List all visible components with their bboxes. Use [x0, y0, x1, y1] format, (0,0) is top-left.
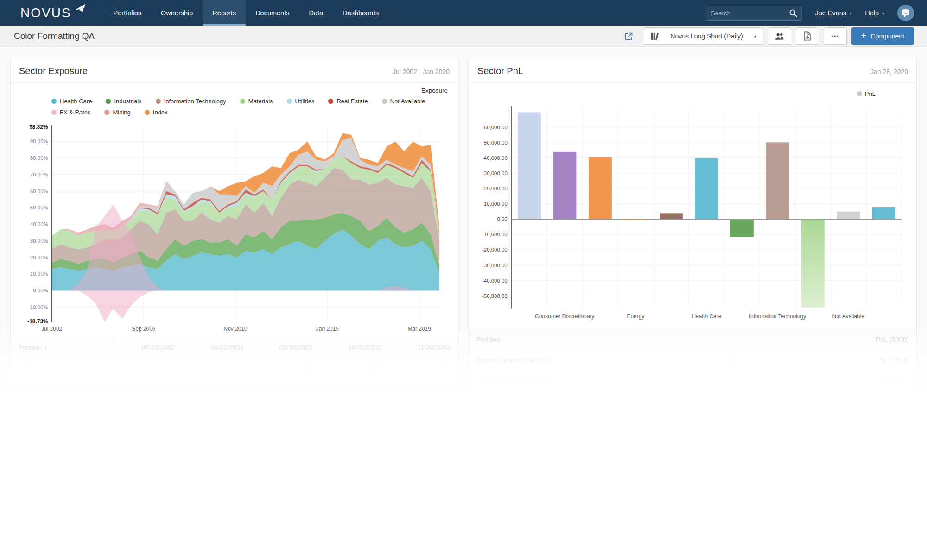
svg-text:Jul 2002: Jul 2002 — [41, 326, 62, 332]
legend-item-real-estate[interactable]: Real Estate — [328, 98, 368, 105]
nav-right: Joe Evans ▾ Help ▾ — [705, 0, 927, 26]
legend-item-utilities[interactable]: Utilities — [287, 98, 315, 105]
svg-text:60.00%: 60.00% — [30, 189, 48, 194]
help-label: Help — [865, 9, 879, 17]
table-row[interactable]: Utilities--0.170.160.21 — [11, 358, 458, 379]
legend-item-not-available[interactable]: Not Available — [382, 98, 425, 105]
bar-financials[interactable] — [660, 213, 683, 219]
table-header-cell: 08/31/2002 — [183, 337, 252, 358]
table-cell: Utilities — [11, 358, 114, 379]
main-nav: PortfoliosOwnershipReportsDocumentsDataD… — [104, 0, 389, 26]
nav-item-dashboards[interactable]: Dashboards — [333, 0, 388, 26]
sort-caret-icon: ▾ — [45, 346, 47, 351]
legend-label: Health Care — [60, 98, 92, 105]
table-header-row: Position▾07/31/200208/31/200209/30/20021… — [11, 337, 458, 358]
user-menu[interactable]: Joe Evans ▾ — [815, 9, 852, 17]
share-users-button[interactable] — [768, 27, 791, 45]
bar-consumer-discretionary[interactable] — [553, 152, 577, 219]
svg-text:Mar 2019: Mar 2019 — [407, 326, 431, 332]
svg-text:Jan 2015: Jan 2015 — [316, 326, 339, 332]
bar-not-available[interactable] — [837, 212, 860, 220]
svg-text:Consumer Discretionary: Consumer Discretionary — [535, 313, 594, 320]
svg-text:-10,000.00: -10,000.00 — [482, 232, 508, 237]
nav-item-reports[interactable]: Reports — [203, 0, 246, 26]
sector-exposure-chart[interactable]: 90.00%80.00%70.00%60.00%50.00%40.00%30.0… — [11, 117, 458, 336]
svg-text:50.00%: 50.00% — [30, 205, 48, 210]
legend-label: Information Technology — [164, 98, 226, 105]
svg-text:-30,000.00: -30,000.00 — [482, 263, 508, 268]
legend-item-industrials[interactable]: Industrials — [106, 98, 141, 105]
add-component-button[interactable]: + Component — [851, 27, 914, 45]
nav-item-documents[interactable]: Documents — [246, 0, 299, 26]
nav-item-data[interactable]: Data — [299, 0, 333, 26]
help-menu[interactable]: Help ▾ — [865, 9, 884, 17]
brand-logo[interactable]: NOVUS — [20, 0, 87, 26]
panel-title: Sector PnL — [477, 66, 523, 76]
bar-utilities[interactable] — [872, 207, 895, 219]
legend-dot — [857, 91, 862, 96]
sector-pnl-panel: Sector PnL Jan 28, 2020 PnL 60,000.0050,… — [469, 58, 917, 392]
svg-text:40,000.00: 40,000.00 — [484, 155, 508, 161]
legend-dot — [328, 99, 333, 104]
more-actions-button[interactable]: ••• — [824, 27, 847, 45]
legend-item-information-technology[interactable]: Information Technology — [156, 98, 226, 105]
bar-communication-services[interactable] — [518, 112, 541, 219]
svg-text:98.82%: 98.82% — [29, 124, 48, 130]
table-cell: - — [183, 358, 252, 379]
nav-item-portfolios[interactable]: Portfolios — [104, 0, 151, 26]
table-cell: Communication Services — [469, 350, 733, 371]
bar-consumer-staples[interactable] — [589, 157, 612, 219]
report-toolbar: Color Formatting QA Novus Long Short (Da… — [0, 26, 927, 47]
legend-dot — [145, 110, 150, 115]
chat-avatar[interactable] — [897, 5, 914, 21]
svg-text:Energy: Energy — [627, 313, 644, 320]
search-input[interactable] — [705, 6, 802, 21]
legend-label: Not Available — [390, 98, 425, 105]
table-cell: Consumer Discretionary — [469, 371, 733, 392]
toolbar-actions: Novus Long Short (Daily) ▾ ••• + Com — [624, 27, 914, 45]
portfolio-selector[interactable]: Novus Long Short (Daily) ▾ — [644, 27, 763, 45]
svg-text:Information Technology: Information Technology — [749, 313, 806, 320]
svg-text:Nov 2010: Nov 2010 — [224, 326, 248, 332]
svg-text:-40,000.00: -40,000.00 — [482, 278, 508, 283]
nav-item-ownership[interactable]: Ownership — [151, 0, 203, 26]
table-header-cell: 11/30/2002 — [389, 337, 458, 358]
portfolio-selector-label: Novus Long Short (Daily) — [666, 32, 748, 40]
bar-information-technology[interactable] — [766, 142, 789, 219]
external-link-icon[interactable] — [624, 31, 634, 41]
ellipsis-icon: ••• — [831, 33, 839, 40]
legend-label: Utilities — [295, 98, 315, 105]
pnl-table: PositionPnL ($000)Communication Services… — [469, 329, 916, 392]
people-icon — [775, 32, 784, 41]
svg-text:60,000.00: 60,000.00 — [484, 125, 508, 130]
legend-dot — [156, 99, 161, 104]
sector-pnl-header: Sector PnL Jan 28, 2020 — [469, 58, 916, 83]
bar-health-care[interactable] — [695, 158, 718, 219]
table-header-cell: Position — [469, 329, 733, 350]
table-row[interactable]: Communication Services69,770.09 — [469, 350, 916, 371]
table-cell: 0.16 — [320, 358, 389, 379]
svg-text:0.00: 0.00 — [497, 216, 507, 222]
table-row[interactable]: Consumer Discretionary43,920.79 — [469, 371, 916, 392]
legend-item-index[interactable]: Index — [145, 109, 168, 116]
legend-item-fx-rates[interactable]: FX & Rates — [51, 109, 90, 116]
legend-item-health-care[interactable]: Health Care — [51, 98, 92, 105]
export-report-button[interactable] — [796, 27, 819, 45]
table-cell: 0.21 — [389, 358, 458, 379]
legend-label: Industrials — [114, 98, 141, 105]
plus-icon: + — [861, 31, 866, 41]
legend-item-materials[interactable]: Materials — [240, 98, 273, 105]
top-nav: NOVUS PortfoliosOwnershipReportsDocument… — [0, 0, 927, 26]
bar-materials[interactable] — [801, 219, 825, 307]
sector-pnl-chart[interactable]: 60,000.0050,000.0040,000.0030,000.0020,0… — [469, 97, 916, 328]
bar-industrials[interactable] — [730, 219, 754, 237]
pnl-legend: PnL — [469, 83, 916, 97]
table-header-cell[interactable]: Position▾ — [11, 337, 114, 358]
legend-dot — [382, 99, 387, 104]
exposure-legend: Health CareIndustrialsInformation Techno… — [11, 94, 458, 117]
table-cell: 0.17 — [251, 358, 320, 379]
legend-item-mining[interactable]: Mining — [104, 109, 130, 116]
legend-dot — [51, 110, 57, 115]
table-header-cell: PnL ($000) — [733, 329, 916, 350]
search-icon[interactable] — [789, 9, 798, 18]
